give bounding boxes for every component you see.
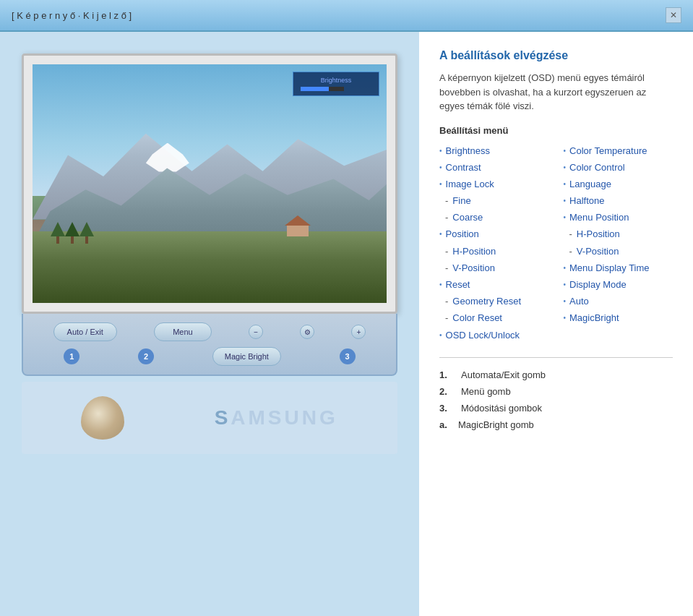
num-label-1: 1. [439, 369, 457, 380]
num-label-2: 2. [439, 386, 457, 397]
monitor-screen: Brightness [33, 64, 387, 303]
mountain-scene: Brightness [33, 64, 387, 303]
sub-list-item-a: a. MagicBright gomb [439, 419, 673, 430]
numbered-list: 1. Automata/Exit gomb 2. Menü gomb 3. Mó… [439, 369, 673, 414]
menu-button[interactable]: Menu [154, 322, 212, 341]
list-item-2: 2. Menü gomb [439, 386, 673, 397]
shell-icon [81, 396, 124, 440]
dash-hposition-l: - [445, 245, 448, 258]
title-bar: [ K é p e r n y ő · K i j e l z ő ] ✕ [0, 0, 693, 32]
bullet-auto: • [564, 296, 567, 307]
bullet-color-temp: • [564, 146, 567, 156]
osd-title: Brightness [301, 77, 371, 84]
osd-bar-fill [301, 87, 329, 91]
bullet-contrast: • [439, 163, 442, 173]
menu-item-magicbright: • MagicBright [564, 312, 673, 325]
menu-item-osd-lock: • OSD Lock/Unlock [439, 329, 549, 342]
menu-item-imagelock: • Image Lock [439, 178, 549, 191]
bullet-color-control: • [564, 163, 567, 173]
tree-3 [79, 222, 94, 244]
bullet-osd-lock: • [439, 330, 442, 341]
menu-item-menu-display-time: • Menu Display Time [564, 262, 673, 275]
menu-col-right: • Color Temperature • Color Control • La… [564, 145, 673, 346]
list-text-1: Automata/Exit gomb [461, 369, 546, 380]
control-panel: Auto / Exit Menu − ⚙ + 1 2 Magic Bright … [22, 314, 397, 376]
bullet-reset: • [439, 280, 442, 290]
samsung-logo-text: AMSUNG [231, 406, 337, 429]
trees [51, 200, 137, 244]
sub-list: a. MagicBright gomb [439, 419, 673, 430]
menu-item-geometry-reset: - Geometry Reset [439, 295, 549, 308]
badge-1: 1 [64, 348, 79, 364]
page-title: A beállítások elvégzése [439, 49, 673, 62]
menu-item-color-control: • Color Control [564, 161, 673, 174]
tree-top-2 [65, 222, 79, 236]
menu-item-hposition-r: - H-Position [564, 228, 673, 241]
dash-vposition-l: - [445, 262, 448, 275]
osd-overlay: Brightness [293, 72, 379, 96]
menu-item-hposition-l: - H-Position [439, 245, 549, 258]
bullet-display-mode: • [564, 280, 567, 290]
section-title: Beállítási menü [439, 125, 673, 136]
window-title: [ K é p e r n y ő · K i j e l z ő ] [12, 10, 132, 21]
dash-hposition-r: - [569, 228, 572, 241]
close-button[interactable]: ✕ [666, 7, 681, 23]
menu-item-coarse: - Coarse [439, 211, 549, 224]
menu-item-color-temp: • Color Temperature [564, 145, 673, 158]
control-buttons: Auto / Exit Menu − ⚙ + [35, 322, 384, 341]
dash-vposition-r: - [569, 245, 572, 258]
dash-color-reset: - [445, 312, 448, 325]
tree-trunk-1 [56, 236, 59, 244]
right-panel: A beállítások elvégzése A képernyon kije… [419, 32, 693, 616]
bottom-row: 1 2 Magic Bright 3 [35, 347, 384, 366]
num-label-3: 3. [439, 403, 457, 414]
bullet-magicbright: • [564, 313, 567, 323]
badge-2: 2 [138, 348, 154, 364]
list-text-3: Módositási gombok [461, 403, 542, 414]
menu-columns: • Brightness • Contrast • Image Lock - F… [439, 145, 673, 346]
list-item-3: 3. Módositási gombok [439, 403, 673, 414]
house-roof [285, 215, 311, 226]
menu-item-display-mode: • Display Mode [564, 278, 673, 291]
menu-col-left: • Brightness • Contrast • Image Lock - F… [439, 145, 549, 346]
dash-coarse: - [445, 211, 448, 224]
menu-item-language: • Language [564, 178, 673, 191]
bullet-imagelock: • [439, 179, 442, 189]
minus-button[interactable]: − [249, 325, 263, 339]
tree-trunk-2 [71, 236, 74, 244]
menu-item-brightness: • Brightness [439, 145, 549, 158]
menu-item-vposition-r: - V-Position [564, 245, 673, 258]
tree-top-1 [51, 222, 65, 236]
tree-top-3 [79, 222, 94, 236]
tree-trunk-3 [85, 236, 88, 244]
bullet-language: • [564, 179, 567, 189]
house-body [287, 226, 309, 236]
sub-text-a: MagicBright gomb [458, 419, 534, 430]
left-panel: Brightness Auto / Exit Menu − ⚙ + 1 2 [0, 32, 419, 616]
auto-exit-button[interactable]: Auto / Exit [53, 322, 117, 341]
bullet-menu-position: • [564, 213, 567, 223]
bullet-position: • [439, 229, 442, 239]
menu-item-halftone: • Halftone [564, 194, 673, 208]
bullet-brightness: • [439, 146, 442, 156]
menu-item-vposition-l: - V-Position [439, 262, 549, 275]
plus-button[interactable]: + [351, 325, 366, 339]
menu-item-menu-position: • Menu Position [564, 211, 673, 224]
bullet-halftone: • [564, 196, 567, 206]
samsung-area: SAMSUNG [22, 382, 397, 454]
menu-item-fine: - Fine [439, 194, 549, 208]
bullet-menu-display-time: • [564, 263, 567, 273]
sub-label-a: a. [439, 419, 454, 430]
gear-button[interactable]: ⚙ [300, 325, 314, 339]
list-item-1: 1. Automata/Exit gomb [439, 369, 673, 380]
magic-bright-button[interactable]: Magic Bright [212, 347, 281, 366]
tree-1 [51, 222, 65, 244]
samsung-logo-s: S [215, 406, 231, 429]
list-text-2: Menü gomb [461, 386, 511, 397]
menu-item-auto: • Auto [564, 295, 673, 308]
main-content: Brightness Auto / Exit Menu − ⚙ + 1 2 [0, 32, 693, 616]
monitor-frame: Brightness [22, 54, 397, 314]
menu-item-position: • Position [439, 228, 549, 241]
samsung-logo: SAMSUNG [215, 406, 338, 429]
dash-fine: - [445, 194, 448, 208]
